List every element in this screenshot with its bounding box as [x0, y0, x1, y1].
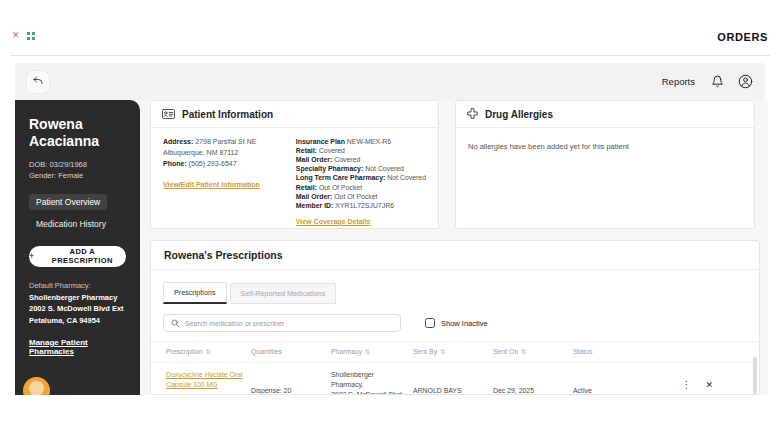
prescriptions-tabs: Prescriptions Self-Reported Medications — [163, 282, 747, 304]
retail-coverage-line: Retail:Covered — [296, 146, 426, 155]
prescriptions-table: Prescription⇅ Quantities Pharmacy⇅ Sent … — [151, 341, 759, 395]
mail-order-coverage-line: Mail Order:Covered — [296, 155, 426, 164]
table-row: Doxycycline Hyclate Oral Capsule 100 MG … — [151, 363, 759, 395]
view-edit-patient-link[interactable]: View/Edit Patient Information — [163, 181, 260, 188]
quantity-cell: Dispense: 20 — [251, 386, 331, 395]
help-fab-icon[interactable] — [23, 377, 50, 395]
default-pharmacy-block: Default Pharmacy: Shollenberger Pharmacy… — [29, 281, 126, 327]
drug-allergies-card: Drug Allergies No allergies have been ad… — [455, 100, 755, 229]
col-sent-by[interactable]: Sent By⇅ — [413, 348, 493, 356]
patient-dob: DOB: 03/29/1968 — [29, 159, 126, 171]
sort-icon[interactable]: ⇅ — [205, 348, 210, 355]
reports-link[interactable]: Reports — [662, 76, 695, 87]
patient-address: Address: 2798 Parsifal St NE — [163, 137, 286, 148]
add-prescription-button[interactable]: + ADD A PRESCRIPTION — [29, 246, 126, 267]
col-sent-on[interactable]: Sent On⇅ — [493, 348, 573, 356]
no-allergies-text: No allergies have been added yet for thi… — [456, 128, 754, 165]
pharmacy-cell: Shollenberger Pharmacy, 2002 S. McDowell… — [331, 370, 413, 395]
undo-arrow-icon — [32, 73, 44, 91]
show-inactive-toggle[interactable]: Show Inactive — [425, 318, 488, 328]
default-pharmacy-label: Default Pharmacy: — [29, 281, 126, 290]
tab-prescriptions[interactable]: Prescriptions — [163, 282, 227, 304]
col-quantities: Quantities — [251, 348, 331, 356]
drug-allergies-title: Drug Allergies — [485, 109, 553, 120]
medical-cross-icon — [467, 105, 478, 123]
pharmacy-name: Shollenberger Pharmacy — [29, 292, 126, 304]
scrollbar[interactable] — [753, 357, 757, 394]
view-coverage-details-link[interactable]: View Coverage Details — [296, 218, 371, 225]
window-close-icon[interactable]: ✕ — [12, 30, 20, 40]
orders-title: ORDERS — [717, 31, 768, 43]
search-box[interactable] — [163, 314, 401, 332]
patient-gender: Gender: Female — [29, 170, 126, 182]
insurance-plan-line: Insurance PlanNEW-MEX-R6 — [296, 137, 426, 146]
sort-icon[interactable]: ⇅ — [521, 348, 526, 355]
substitutions-text: Substitutions Allowed — [166, 392, 245, 395]
app-window: ✕ ORDERS Reports Rowena Acacianna DOB: 0… — [0, 0, 780, 425]
plus-icon: + — [29, 251, 35, 261]
sent-on-cell: Dec 29, 2025 — [493, 386, 573, 395]
window-expand-icon[interactable] — [27, 32, 36, 41]
id-card-icon — [162, 105, 175, 123]
top-divider — [10, 55, 770, 56]
status-cell: Active — [573, 386, 759, 395]
account-avatar-icon[interactable] — [738, 74, 753, 89]
sidebar-nav: Patient Overview Medication History — [29, 194, 126, 232]
row-menu-kebab-icon[interactable]: ⋮ — [681, 380, 691, 390]
patient-information-title: Patient Information — [182, 109, 273, 120]
col-status: Status — [573, 348, 759, 356]
show-inactive-label: Show Inactive — [441, 319, 488, 328]
col-pharmacy[interactable]: Pharmacy⇅ — [331, 348, 413, 356]
specialty-pharmacy-line: Specialty Pharmacy:Not Covered — [296, 164, 426, 173]
patient-address-city: Albuquerque, NM 87112 — [163, 148, 286, 159]
pharmacy-address-line2: Petaluma, CA 94954 — [29, 315, 126, 327]
back-button[interactable] — [27, 71, 49, 93]
patient-phone: Phone: (505) 293-6547 — [163, 159, 286, 170]
tab-self-reported-medications[interactable]: Self-Reported Medications — [230, 283, 337, 304]
sidebar-item-medication-history[interactable]: Medication History — [29, 216, 113, 232]
prescriptions-card: Rowena's Prescriptions Prescriptions Sel… — [150, 240, 760, 395]
member-id-line: Member ID:XYR1L72SJU7JR6 — [296, 201, 426, 210]
patient-information-card: Patient Information Address: 2798 Parsif… — [150, 100, 439, 229]
patient-name: Rowena Acacianna — [29, 116, 126, 150]
mail-order-oop-line: Mail Order:Out Of Pocket — [296, 192, 426, 201]
patient-sidebar: Rowena Acacianna DOB: 03/29/1968 Gender:… — [15, 100, 140, 395]
pharmacy-address-line1: 2002 S. McDowell Blvd Ext — [29, 303, 126, 315]
row-close-icon[interactable]: ✕ — [705, 381, 713, 390]
sort-icon[interactable]: ⇅ — [365, 348, 370, 355]
search-icon — [171, 314, 180, 332]
search-input[interactable] — [185, 320, 393, 327]
drug-name-link[interactable]: Doxycycline Hyclate Oral Capsule 100 MG — [166, 370, 244, 390]
prescriptions-title: Rowena's Prescriptions — [164, 249, 283, 261]
show-inactive-checkbox[interactable] — [425, 318, 435, 328]
sent-by-cell: ARNOLD BAYS _____ — [413, 386, 493, 395]
prescription-cell: Doxycycline Hyclate Oral Capsule 100 MG … — [166, 370, 251, 395]
long-term-care-line: Long Term Care Pharmacy:Not Covered — [296, 173, 426, 182]
sort-icon[interactable]: ⇅ — [440, 348, 445, 355]
manage-pharmacies-link[interactable]: Manage Patient Pharmacies — [29, 338, 126, 356]
col-prescription[interactable]: Prescription⇅ — [166, 348, 251, 356]
notifications-bell-icon[interactable] — [711, 75, 724, 88]
header-bar: Reports — [15, 63, 765, 100]
sidebar-item-patient-overview[interactable]: Patient Overview — [29, 194, 107, 210]
table-header-row: Prescription⇅ Quantities Pharmacy⇅ Sent … — [151, 341, 759, 363]
retail-oop-line: Retail:Out Of Pocket — [296, 183, 426, 192]
